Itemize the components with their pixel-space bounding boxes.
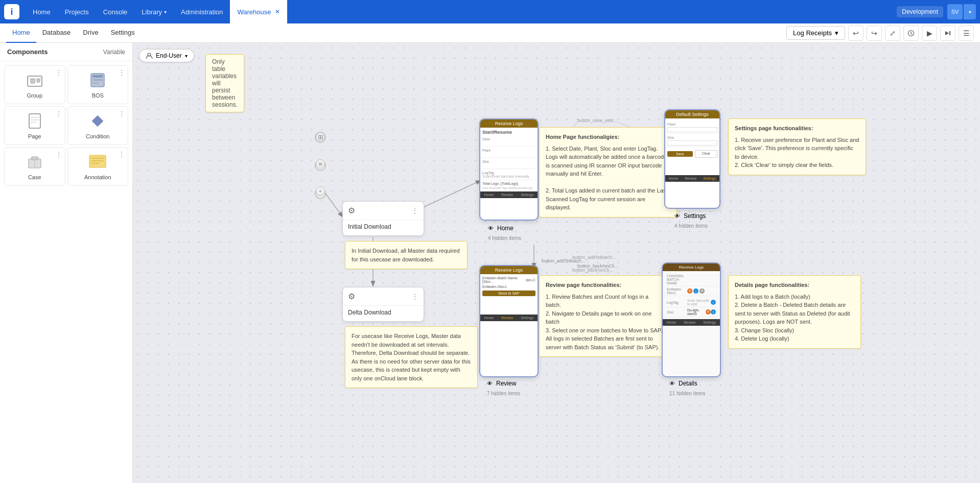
home-node-label: 👁 Home (488, 225, 514, 232)
group-label: Group (27, 92, 42, 99)
flow-arrows: ≡ ≡ + button_addToBatch... button_back/o… (133, 43, 980, 483)
nav-warehouse[interactable]: Warehouse ✕ (230, 0, 287, 23)
connector-3[interactable]: + (316, 186, 325, 196)
review-phone-body: Entladen-Batch Name: [Stoc... den-C Entl… (480, 274, 538, 315)
home-hidden-items: 4 hidden items (488, 234, 521, 242)
details-annotation: Details page functionalities: 1. Add log… (728, 275, 861, 349)
home-title: Home (497, 225, 514, 232)
svg-rect-8 (92, 75, 103, 78)
sub-nav-drive[interactable]: Drive (77, 23, 104, 43)
eye-icon-details: 👁 (669, 380, 675, 387)
details-hidden-items: 11 hidden items (669, 389, 706, 397)
connector-1[interactable]: ⊞ (316, 132, 325, 141)
component-case[interactable]: ⋮ Case (4, 147, 65, 186)
nav-console[interactable]: Console (96, 0, 135, 23)
page-label: Page (28, 133, 41, 139)
page-card-menu[interactable]: ⋮ (56, 110, 62, 117)
group-icon (26, 71, 44, 89)
delta-download-node[interactable]: ⚙ ⋮ Delta Download (342, 287, 424, 322)
settings-phone-footer: Home Review Settings (665, 175, 719, 182)
environment-badge: Development (897, 6, 943, 17)
nav-library[interactable]: Library ▾ (134, 0, 174, 23)
end-user-chevron-icon: ▾ (185, 53, 188, 59)
review-annotation-title: Review page functionalities: (546, 281, 665, 289)
home-phone-header: Receive Logs (480, 119, 538, 128)
user-avatar[interactable]: SV (947, 4, 963, 19)
sub-nav-home[interactable]: Home (6, 23, 36, 43)
details-node-label: 👁 Details (669, 380, 697, 387)
forward-button[interactable] (940, 26, 955, 41)
condition-card-menu[interactable]: ⋮ (119, 110, 125, 117)
log-receipts-button[interactable]: Log Receipts ▾ (786, 26, 845, 40)
gear-icon: ⚙ (348, 206, 355, 215)
nav-projects[interactable]: Projects (58, 0, 96, 23)
settings-phone-header: Default Settings (665, 110, 719, 118)
button-add-batch-label: button_addToBatch... (572, 255, 616, 260)
bos-icon (88, 71, 107, 89)
case-card-menu[interactable]: ⋮ (56, 151, 62, 158)
log-receipts-chevron-icon: ▾ (835, 29, 838, 37)
sub-navigation: Home Database Drive Settings Log Receipt… (0, 23, 980, 43)
settings-title: Settings (684, 212, 706, 220)
svg-rect-9 (92, 79, 103, 81)
top-navigation: i Home Projects Console Library ▾ Admini… (0, 0, 980, 23)
svg-rect-10 (92, 82, 99, 84)
sub-nav-settings[interactable]: Settings (105, 23, 141, 43)
connector-2[interactable]: ≡ (316, 159, 325, 168)
canvas[interactable]: ≡ ≡ + button_addToBatch... button_back/o… (133, 43, 980, 483)
case-icon (26, 153, 44, 171)
case-label: Case (28, 174, 41, 180)
delta-node-menu-icon[interactable]: ⋮ (411, 293, 418, 301)
svg-rect-17 (32, 157, 38, 160)
bos-card-menu[interactable]: ⋮ (119, 69, 125, 76)
component-page[interactable]: ⋮ Page (4, 106, 65, 145)
component-group[interactable]: ⋮ Group (4, 65, 65, 104)
annotation-card-menu[interactable]: ⋮ (119, 151, 125, 158)
end-user-selector[interactable]: End-User ▾ (139, 49, 194, 62)
history-button[interactable] (903, 26, 919, 41)
svg-rect-2 (949, 31, 950, 35)
review-annotation-text: 1. Review Batches and Count of logs in a… (546, 293, 665, 352)
canvas-settings-button[interactable]: ☰ (959, 26, 974, 41)
review-phone-footer: Home Review Settings (480, 315, 538, 321)
redo-button[interactable]: ↪ (867, 26, 882, 41)
components-label: Components (7, 48, 48, 56)
sub-nav-database[interactable]: Database (36, 23, 77, 43)
svg-line-29 (325, 194, 342, 216)
home-annotation: Home Page functionaligies: 1. Select Dat… (539, 127, 677, 218)
button-back-label: button_back/onCli... (572, 268, 613, 273)
play-button[interactable]: ▶ (922, 26, 937, 41)
bos-label: BOS (92, 92, 104, 99)
component-condition[interactable]: ⋮ Condition (67, 106, 129, 145)
home-phone-body: Start/Resume Date Plant Sloc LogTag Scan… (480, 128, 538, 191)
home-annotation-title: Home Page functionaligies: (546, 133, 670, 141)
review-phone-mockup: Receive Logs Entladen-Batch Name: [Stoc.… (479, 265, 539, 377)
eye-icon-review: 👁 (487, 380, 493, 387)
page-icon (26, 112, 44, 130)
svg-marker-1 (945, 31, 949, 35)
nav-home[interactable]: Home (26, 0, 58, 23)
initial-download-node[interactable]: ⚙ ⋮ Initial Download (342, 201, 424, 236)
review-annotation: Review page functionalities: 1. Review B… (539, 275, 672, 357)
fullscreen-button[interactable]: ⤢ (885, 26, 900, 41)
library-chevron-icon: ▾ (164, 9, 167, 15)
condition-label: Condition (86, 133, 109, 139)
details-phone-body: CHN/DEN-BATCH-NAME Entladen-Stoc1 ✕ i ⚙ … (663, 271, 720, 319)
sidebar: Components Variable ⋮ Group ⋮ (0, 43, 133, 483)
user-menu-chevron[interactable]: ▾ (964, 4, 976, 19)
settings-annotation-title: Settings page functionalities: (735, 124, 859, 133)
settings-phone-mockup: Default Settings Plant Sloc Save Clear H… (664, 109, 720, 209)
component-annotation[interactable]: ⋮ Annotation (67, 147, 129, 186)
close-tab-icon[interactable]: ✕ (275, 8, 280, 15)
delta-download-label: Delta Download (343, 306, 424, 321)
nav-administration[interactable]: Administration (174, 0, 230, 23)
settings-annotation-text: 1. Receive user preference for Plant and… (735, 136, 859, 170)
eye-icon-settings: 👁 (674, 213, 680, 219)
undo-button[interactable]: ↩ (848, 26, 864, 41)
node-menu-icon[interactable]: ⋮ (411, 207, 418, 215)
home-annotation-text: 1. Select Date, Plant, Sloc and enter Lo… (546, 144, 670, 212)
home-phone-footer: Home Review Settings (480, 191, 538, 198)
group-card-menu[interactable]: ⋮ (56, 69, 62, 76)
component-grid: ⋮ Group ⋮ (0, 61, 132, 190)
component-bos[interactable]: ⋮ BOS (67, 65, 129, 104)
